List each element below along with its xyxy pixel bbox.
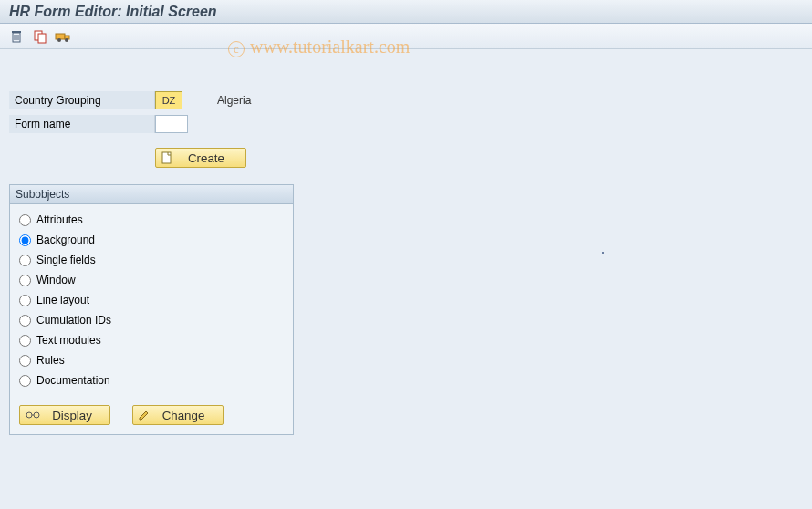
svg-marker-15 (140, 411, 148, 420)
subobject-option[interactable]: Documentation (19, 370, 284, 390)
subobject-option[interactable]: Background (19, 230, 284, 250)
subobject-option[interactable]: Rules (19, 350, 284, 370)
change-button[interactable]: Change (132, 405, 224, 425)
subobject-option[interactable]: Line layout (19, 290, 284, 310)
copy-icon[interactable] (31, 27, 49, 46)
transport-icon[interactable] (55, 27, 73, 46)
subobject-option[interactable]: Cumulation IDs (19, 310, 284, 330)
pencil-icon (139, 410, 150, 421)
subobject-label: Attributes (36, 213, 83, 226)
subobject-option[interactable]: Single fields (19, 250, 284, 270)
country-grouping-name: Algeria (217, 94, 251, 107)
content-area: Country Grouping Algeria Form name Creat… (0, 49, 812, 444)
create-button[interactable]: Create (155, 148, 246, 168)
page-title: HR Form Editor: Initial Screen (0, 0, 812, 24)
svg-rect-7 (56, 34, 65, 39)
subobject-label: Cumulation IDs (36, 314, 111, 327)
subobject-label: Background (36, 234, 95, 246)
subobject-radio[interactable] (19, 295, 31, 306)
subobject-label: Line layout (36, 294, 89, 306)
subobject-option[interactable]: Attributes (19, 210, 284, 230)
subobject-label: Rules (36, 354, 65, 367)
country-grouping-label: Country Grouping (9, 91, 155, 109)
form-name-label: Form name (9, 115, 155, 133)
subobject-radio[interactable] (19, 315, 31, 327)
delete-icon[interactable] (7, 27, 26, 46)
subobject-label: Text modules (36, 334, 101, 347)
glasses-icon (26, 410, 40, 420)
subobject-radio[interactable] (19, 254, 31, 266)
subobject-label: Single fields (36, 254, 96, 266)
subobject-option[interactable]: Window (19, 270, 284, 290)
svg-point-12 (26, 412, 32, 418)
form-name-input[interactable] (155, 115, 188, 133)
subobjects-title: Subobjects (10, 185, 293, 204)
subobject-radio[interactable] (19, 214, 31, 226)
subobject-radio[interactable] (19, 355, 31, 367)
create-button-label: Create (178, 151, 234, 165)
subobject-label: Documentation (36, 374, 110, 387)
subobject-label: Window (36, 274, 76, 286)
svg-rect-4 (12, 31, 21, 33)
svg-point-13 (34, 412, 39, 418)
subobject-radio[interactable] (19, 375, 31, 387)
svg-rect-11 (162, 152, 171, 163)
change-button-label: Change (155, 409, 212, 422)
document-icon (161, 151, 172, 164)
caret-indicator (602, 252, 604, 254)
subobject-radio[interactable] (19, 335, 31, 347)
subobjects-group: Subobjects AttributesBackgroundSingle fi… (9, 184, 294, 435)
subobject-option[interactable]: Text modules (19, 330, 284, 350)
country-grouping-input[interactable] (155, 91, 182, 109)
subobject-radio[interactable] (19, 275, 31, 286)
display-button[interactable]: Display (19, 405, 110, 425)
app-toolbar (0, 24, 812, 49)
svg-point-10 (65, 38, 68, 42)
subobject-radio[interactable] (19, 234, 31, 246)
svg-point-9 (57, 38, 61, 42)
svg-rect-6 (38, 34, 46, 43)
display-button-label: Display (46, 409, 99, 422)
